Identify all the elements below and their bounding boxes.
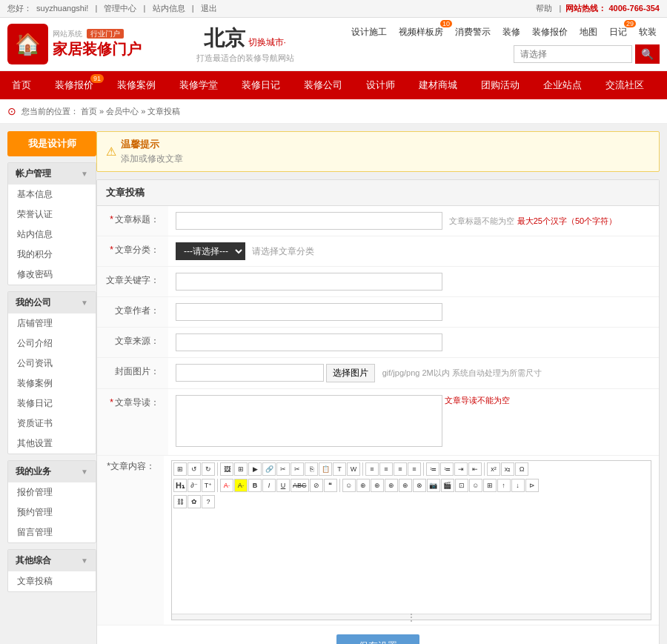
- header-nav-decor[interactable]: 软装: [636, 24, 660, 40]
- search-input[interactable]: [514, 45, 632, 63]
- nav-group[interactable]: 团购活动: [469, 71, 531, 99]
- city-change-link[interactable]: 切换城市·: [248, 37, 286, 47]
- toolbar-align-justify[interactable]: ≡: [408, 462, 421, 476]
- toolbar-chain2[interactable]: ✿: [188, 495, 201, 508]
- keywords-input[interactable]: [176, 273, 442, 291]
- header-nav-video[interactable]: 视频样板房10: [396, 24, 446, 40]
- toolbar-chain[interactable]: ⛓: [173, 495, 187, 508]
- logout-link[interactable]: 退出: [201, 4, 217, 13]
- toolbar-more4[interactable]: ⊕: [399, 479, 412, 492]
- toolbar-help[interactable]: ?: [202, 495, 215, 508]
- toolbar-unlink[interactable]: ✂: [276, 462, 290, 476]
- header-nav-map[interactable]: 地图: [577, 24, 600, 40]
- toolbar-more3[interactable]: ⊕: [385, 479, 398, 492]
- sidebar-item-points[interactable]: 我的积分: [8, 245, 96, 265]
- sidebar-item-store[interactable]: 店铺管理: [8, 313, 96, 333]
- toolbar-pastetext[interactable]: T: [333, 462, 346, 476]
- toolbar-h1[interactable]: H₁: [173, 479, 187, 492]
- nav-enterprise[interactable]: 企业站点: [531, 71, 594, 99]
- manage-center-link[interactable]: 管理中心: [104, 4, 136, 13]
- sidebar-item-honor[interactable]: 荣誉认证: [8, 205, 96, 225]
- toolbar-table[interactable]: ⊞: [234, 462, 248, 476]
- category-select[interactable]: ---请选择---: [176, 242, 245, 260]
- sidebar-item-inbox[interactable]: 站内信息: [8, 225, 96, 245]
- search-button[interactable]: 🔍: [635, 44, 660, 64]
- toolbar-ul[interactable]: ≔: [426, 462, 439, 476]
- nav-diary[interactable]: 装修日记: [230, 71, 292, 99]
- toolbar-blockquote[interactable]: ❝: [324, 479, 337, 492]
- toolbar-indent[interactable]: ⇥: [454, 462, 468, 476]
- nav-quote[interactable]: 装修报价91: [43, 71, 105, 99]
- author-input[interactable]: [176, 303, 442, 321]
- intro-textarea[interactable]: [176, 395, 442, 447]
- toolbar-align-left[interactable]: ≡: [365, 462, 379, 476]
- nav-designer[interactable]: 设计师: [354, 71, 407, 99]
- toolbar-more2[interactable]: ⊕: [371, 479, 384, 492]
- toolbar-align-right[interactable]: ≡: [394, 462, 407, 476]
- help-link[interactable]: 帮助: [536, 4, 552, 13]
- toolbar-smiley[interactable]: ☺: [342, 479, 356, 492]
- toolbar-flash[interactable]: ▶: [248, 462, 262, 476]
- toolbar-more1[interactable]: ⊕: [356, 479, 370, 492]
- username-link[interactable]: suyzhuangshi!: [36, 4, 88, 13]
- toolbar-bgcolor[interactable]: A·: [234, 479, 248, 492]
- nav-community[interactable]: 交流社区: [594, 71, 656, 99]
- toolbar-format[interactable]: T⁺: [202, 479, 215, 492]
- toolbar-more5[interactable]: ⊗: [413, 479, 426, 492]
- sidebar-item-quote-mgmt[interactable]: 报价管理: [8, 482, 96, 502]
- nav-cases[interactable]: 装修案例: [105, 71, 167, 99]
- source-input[interactable]: [176, 333, 442, 351]
- toolbar-sup[interactable]: x²: [487, 462, 500, 476]
- nav-home[interactable]: 首页: [0, 71, 43, 99]
- save-button[interactable]: 保存设置: [336, 634, 419, 644]
- editor-resize[interactable]: ⋮: [172, 614, 651, 620]
- toolbar-more10[interactable]: ⊞: [483, 479, 497, 492]
- toolbar-redo[interactable]: ↻: [202, 462, 215, 476]
- toolbar-ol[interactable]: ≔: [440, 462, 454, 476]
- toolbar-more9[interactable]: ☺: [469, 479, 482, 492]
- sidebar-item-settings[interactable]: 其他设置: [8, 434, 96, 454]
- toolbar-removeformat[interactable]: ⊘: [310, 479, 323, 492]
- toolbar-pastefromword[interactable]: W: [347, 462, 360, 476]
- toolbar-link[interactable]: 🔗: [262, 462, 276, 476]
- header-nav-construction[interactable]: 设计施工: [348, 24, 390, 40]
- toolbar-italic[interactable]: I: [262, 479, 276, 492]
- nav-company[interactable]: 装修公司: [292, 71, 354, 99]
- toolbar-undo[interactable]: ↺: [188, 462, 201, 476]
- toolbar-fontcolor[interactable]: A·: [220, 479, 233, 492]
- header-nav-quote[interactable]: 装修报价: [529, 24, 571, 40]
- toolbar-more11[interactable]: ↑: [497, 479, 511, 492]
- nav-school[interactable]: 装修学堂: [167, 71, 230, 99]
- inbox-link[interactable]: 站内信息: [153, 4, 185, 13]
- sidebar-item-booking[interactable]: 预约管理: [8, 502, 96, 522]
- header-nav-diary[interactable]: 日记29: [606, 24, 630, 40]
- toolbar-source[interactable]: ⊞: [173, 462, 187, 476]
- toolbar-paste[interactable]: 📋: [319, 462, 332, 476]
- sidebar-item-article[interactable]: 文章投稿: [8, 571, 96, 591]
- toolbar-strike[interactable]: ABC: [291, 479, 309, 492]
- sidebar-item-password[interactable]: 修改密码: [8, 265, 96, 285]
- editor-area[interactable]: [172, 510, 651, 614]
- toolbar-styles[interactable]: ∂⁻: [188, 479, 201, 492]
- sidebar-item-company-diary[interactable]: 装修日记: [8, 394, 96, 414]
- breadcrumb-member[interactable]: 会员中心: [106, 106, 139, 117]
- toolbar-bold[interactable]: B: [248, 479, 262, 492]
- sidebar-item-company-intro[interactable]: 公司介绍: [8, 333, 96, 353]
- toolbar-image[interactable]: 🖼: [220, 462, 233, 476]
- toolbar-copy[interactable]: ⎘: [305, 462, 318, 476]
- toolbar-more12[interactable]: ↓: [511, 479, 525, 492]
- toolbar-cut[interactable]: ✂: [291, 462, 304, 476]
- toolbar-underline[interactable]: U: [276, 479, 290, 492]
- toolbar-more7[interactable]: 🎬: [441, 479, 454, 492]
- toolbar-sub[interactable]: x₂: [501, 462, 514, 476]
- toolbar-special[interactable]: Ω: [515, 462, 528, 476]
- breadcrumb-home[interactable]: 首页: [81, 106, 97, 117]
- sidebar-item-company-news[interactable]: 公司资讯: [8, 353, 96, 374]
- header-nav-warning[interactable]: 消费警示: [452, 24, 494, 40]
- sidebar-item-cases[interactable]: 装修案例: [8, 374, 96, 394]
- sidebar-item-cert[interactable]: 资质证书: [8, 414, 96, 434]
- header-nav-renovate[interactable]: 装修: [500, 24, 523, 40]
- toolbar-align-center[interactable]: ≡: [379, 462, 393, 476]
- toolbar-outdent[interactable]: ⇤: [468, 462, 482, 476]
- cover-btn[interactable]: 选择图片: [326, 364, 375, 382]
